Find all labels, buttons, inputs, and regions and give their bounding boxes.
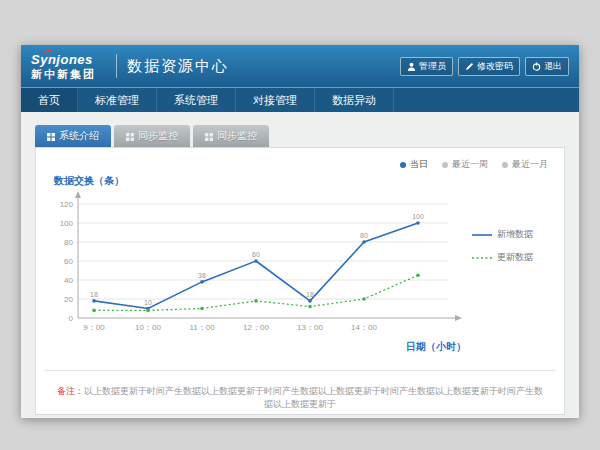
- tab-label: 同步监控: [217, 129, 257, 143]
- solid-line-icon: [472, 232, 492, 238]
- footnote-prefix: 备注：: [57, 386, 84, 396]
- header-actions: 管理员 修改密码 退出: [400, 57, 569, 76]
- tab-sync-monitor-2[interactable]: 同步监控: [193, 125, 269, 147]
- user-icon: [407, 62, 416, 71]
- logout-label: 退出: [544, 60, 562, 73]
- series-legend: 新增数据 更新数据: [472, 228, 533, 274]
- tab-sync-monitor-1[interactable]: 同步监控: [114, 125, 190, 147]
- svg-text:80: 80: [360, 232, 368, 239]
- svg-text:10: 10: [144, 299, 152, 306]
- logo-company-name: 新中新集团: [31, 69, 96, 80]
- svg-text:80: 80: [64, 238, 73, 247]
- content-area: 系统介绍 同步监控 同步监控 当日: [21, 112, 579, 418]
- svg-text:11：00: 11：00: [189, 323, 215, 332]
- svg-text:100: 100: [60, 219, 74, 228]
- chart-row: 0204060801001209：0010：0011：0012：0013：001…: [48, 190, 552, 354]
- footnote: 备注：以上数据更新于时间产生数据以上数据更新于时间产生数据以上数据更新于时间产生…: [48, 385, 552, 411]
- grid-icon: [47, 132, 55, 140]
- svg-text:60: 60: [64, 257, 73, 266]
- change-password-button[interactable]: 修改密码: [458, 57, 520, 76]
- chart-panel: 当日 最近一周 最近一月 数据交换（条） 0204060801001209：00…: [35, 147, 565, 415]
- tab-system-intro[interactable]: 系统介绍: [35, 125, 111, 147]
- line-chart: 0204060801001209：0010：0011：0012：0013：001…: [48, 190, 468, 354]
- admin-user-label: 管理员: [419, 60, 446, 73]
- logo: Synjones 新中新集团: [31, 53, 96, 80]
- svg-text:60: 60: [252, 251, 260, 258]
- nav-item-standard-management[interactable]: 标准管理: [78, 88, 157, 112]
- nav-item-data-changes[interactable]: 数据异动: [315, 88, 394, 112]
- svg-text:18: 18: [90, 291, 98, 298]
- svg-text:9：00: 9：00: [83, 323, 105, 332]
- header-divider: [116, 54, 117, 78]
- svg-text:18: 18: [306, 291, 314, 298]
- x-axis-title: 日期（小时）: [48, 340, 468, 354]
- filter-today[interactable]: 当日: [400, 158, 428, 171]
- svg-text:12：00: 12：00: [243, 323, 269, 332]
- filter-last-month[interactable]: 最近一月: [502, 158, 548, 171]
- page-title: 数据资源中心: [127, 57, 229, 76]
- footnote-text: 以上数据更新于时间产生数据以上数据更新于时间产生数据以上数据更新于时间产生数据以…: [84, 386, 543, 409]
- svg-text:0: 0: [69, 314, 74, 323]
- svg-text:38: 38: [198, 272, 206, 279]
- svg-text:14：00: 14：00: [351, 323, 377, 332]
- grid-icon: [126, 132, 134, 140]
- filter-last-week[interactable]: 最近一周: [442, 158, 488, 171]
- nav-item-home[interactable]: 首页: [21, 88, 78, 112]
- time-range-filters: 当日 最近一周 最近一月: [400, 158, 548, 171]
- power-icon: [532, 62, 541, 71]
- radio-dot-icon: [502, 162, 508, 168]
- logo-wordmark: Synjones: [31, 53, 96, 66]
- legend-new-data[interactable]: 新增数据: [472, 228, 533, 241]
- radio-dot-icon: [442, 162, 448, 168]
- change-password-label: 修改密码: [477, 60, 513, 73]
- tab-label: 系统介绍: [59, 129, 99, 143]
- pencil-icon: [465, 62, 474, 71]
- app-header: Synjones 新中新集团 数据资源中心 管理员 修改密码: [21, 45, 579, 87]
- tab-label: 同步监控: [138, 129, 178, 143]
- tab-bar: 系统介绍 同步监控 同步监控: [35, 125, 565, 147]
- nav-item-connection-management[interactable]: 对接管理: [236, 88, 315, 112]
- dotted-line-icon: [472, 255, 492, 261]
- svg-text:120: 120: [60, 200, 74, 209]
- svg-text:10：00: 10：00: [135, 323, 161, 332]
- legend-updated-data[interactable]: 更新数据: [472, 251, 533, 264]
- svg-text:100: 100: [412, 213, 424, 220]
- app-window: Synjones 新中新集团 数据资源中心 管理员 修改密码: [21, 45, 579, 418]
- main-nav: 首页 标准管理 系统管理 对接管理 数据异动: [21, 87, 579, 112]
- radio-dot-icon: [400, 162, 406, 168]
- y-axis-title: 数据交换（条）: [54, 174, 552, 188]
- note-divider: [44, 370, 556, 371]
- logout-button[interactable]: 退出: [525, 57, 569, 76]
- nav-item-system-management[interactable]: 系统管理: [157, 88, 236, 112]
- admin-user-button[interactable]: 管理员: [400, 57, 453, 76]
- chart-canvas: 0204060801001209：0010：0011：0012：0013：001…: [48, 190, 468, 340]
- svg-text:20: 20: [64, 295, 73, 304]
- svg-text:40: 40: [64, 276, 73, 285]
- svg-text:13：00: 13：00: [297, 323, 323, 332]
- grid-icon: [205, 132, 213, 140]
